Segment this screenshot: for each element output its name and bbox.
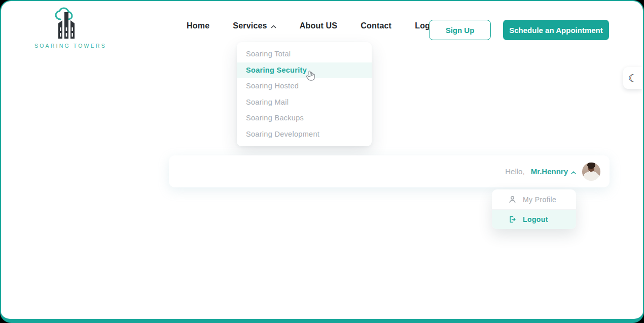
menu-item-soaring-development[interactable]: Soaring Development — [237, 126, 372, 143]
services-dropdown: Soaring Total Soaring Security Soaring H… — [237, 42, 372, 146]
brand-name: SOARING TOWERS — [34, 43, 99, 49]
chevron-up-icon — [571, 167, 576, 176]
nav-item-about[interactable]: About US — [300, 21, 337, 30]
moon-icon: ☾ — [628, 72, 637, 84]
nav-item-contact[interactable]: Contact — [361, 21, 391, 30]
page: SOARING TOWERS Home Services About US Co… — [0, 0, 644, 323]
username-menu-trigger[interactable]: Mr.Hennry — [531, 167, 576, 176]
chevron-up-icon — [271, 21, 276, 30]
menu-item-logout[interactable]: Logout — [492, 209, 576, 229]
nav-item-services[interactable]: Services — [233, 21, 276, 30]
menu-item-soaring-mail[interactable]: Soaring Mail — [237, 94, 372, 111]
menu-item-soaring-security[interactable]: Soaring Security — [237, 62, 372, 79]
dark-mode-toggle[interactable]: ☾ — [623, 67, 642, 89]
brand-logo[interactable]: SOARING TOWERS — [34, 7, 99, 49]
logout-icon — [509, 215, 516, 223]
menu-item-soaring-hosted[interactable]: Soaring Hosted — [237, 78, 372, 94]
user-greeting-bar: Hello, Mr.Hennry — [169, 155, 610, 187]
menu-item-my-profile[interactable]: My Profile — [492, 189, 576, 209]
greeting-text: Hello, — [505, 167, 524, 176]
avatar[interactable] — [582, 163, 600, 181]
user-icon — [509, 196, 516, 204]
schedule-appointment-button[interactable]: Schedule an Appointment — [503, 20, 609, 40]
user-dropdown: My Profile Logout — [492, 189, 576, 229]
sign-up-button[interactable]: Sign Up — [429, 20, 491, 40]
cloud-towers-icon — [49, 33, 85, 41]
menu-item-soaring-total[interactable]: Soaring Total — [237, 46, 372, 62]
main-nav: Home Services About US Contact Login — [187, 21, 438, 30]
nav-item-home[interactable]: Home — [187, 21, 209, 30]
menu-item-soaring-backups[interactable]: Soaring Backups — [237, 110, 372, 126]
